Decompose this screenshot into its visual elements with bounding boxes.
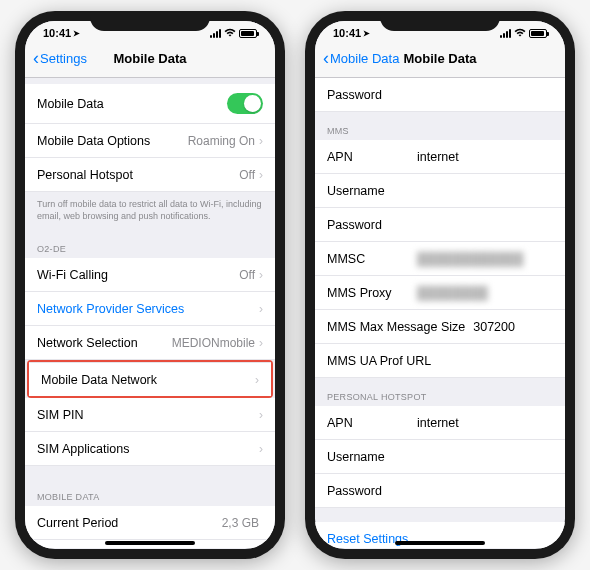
home-indicator[interactable] [395,541,485,545]
value: internet [417,416,459,430]
chevron-right-icon: › [259,442,263,456]
home-indicator[interactable] [105,541,195,545]
value: Roaming On [188,134,255,148]
signal-icon [210,29,221,38]
row-provider-services[interactable]: Network Provider Services › [25,292,275,326]
location-icon: ➤ [73,29,80,38]
screen-right: 10:41 ➤ ‹ Mobile Data Mobile Data Passwo… [315,21,565,549]
battery-icon [529,29,547,38]
label: SIM PIN [37,408,84,422]
signal-icon [500,29,511,38]
battery-icon [239,29,257,38]
label: MMS UA Prof URL [327,354,431,368]
nav-bar: ‹ Settings Mobile Data [25,41,275,78]
back-button[interactable]: ‹ Mobile Data [323,49,399,67]
label: SIM Applications [37,442,129,456]
chevron-left-icon: ‹ [323,49,329,67]
label: Username [327,184,417,198]
row-personal-hotspot[interactable]: Personal Hotspot Off› [25,158,275,192]
label: Network Selection [37,336,138,350]
back-button[interactable]: ‹ Settings [33,49,87,67]
row-mms-max-size[interactable]: MMS Max Message Size 307200 [315,310,565,344]
chevron-right-icon: › [259,268,263,282]
row-mms-ua[interactable]: MMS UA Prof URL [315,344,565,378]
chevron-right-icon: › [259,302,263,316]
label: Current Period [37,516,118,530]
row-wifi-calling[interactable]: Wi-Fi Calling Off› [25,258,275,292]
chevron-right-icon: › [259,134,263,148]
status-time: 10:41 [333,27,361,39]
label: Personal Hotspot [37,168,133,182]
wifi-icon [514,28,526,39]
row-hotspot-password[interactable]: Password [315,474,565,508]
section-carrier: O2-DE [25,230,275,258]
content-left[interactable]: Mobile Data Mobile Data Options Roaming … [25,78,275,548]
row-mms-username[interactable]: Username [315,174,565,208]
label: MMSC [327,252,417,266]
value-blurred: ████████ [417,286,488,300]
notch [380,11,500,31]
row-sim-apps[interactable]: SIM Applications › [25,432,275,466]
value: Off [239,268,255,282]
row-sim-pin[interactable]: SIM PIN › [25,398,275,432]
highlight-box: Mobile Data Network › [27,360,273,398]
label: Password [327,484,417,498]
row-current-period[interactable]: Current Period 2,3 GB [25,506,275,540]
link-label: Network Provider Services [37,302,184,316]
label: Password [327,88,417,102]
row-mms-password[interactable]: Password [315,208,565,242]
chevron-left-icon: ‹ [33,49,39,67]
row-mmsc[interactable]: MMSC ████████████ [315,242,565,276]
label: Wi-Fi Calling [37,268,108,282]
label: APN [327,416,417,430]
row-hotspot-apn[interactable]: APN internet [315,406,565,440]
wifi-icon [224,28,236,39]
row-hotspot-username[interactable]: Username [315,440,565,474]
nav-bar: ‹ Mobile Data Mobile Data [315,41,565,78]
row-mobile-data-network[interactable]: Mobile Data Network › [29,362,271,396]
chevron-right-icon: › [259,408,263,422]
mobile-data-toggle[interactable] [227,93,263,114]
chevron-right-icon: › [255,373,259,387]
value: internet [417,150,459,164]
label: APN [327,150,417,164]
phone-right: 10:41 ➤ ‹ Mobile Data Mobile Data Passwo… [305,11,575,559]
chevron-right-icon: › [259,336,263,350]
notch [90,11,210,31]
value: Off [239,168,255,182]
label: Mobile Data Options [37,134,150,148]
location-icon: ➤ [363,29,370,38]
section-mobile-data: MOBILE DATA [25,466,275,506]
value: 2,3 GB [222,516,259,530]
phone-left: 10:41 ➤ ‹ Settings Mobile Data Mobile Da… [15,11,285,559]
label: MMS Max Message Size [327,320,465,334]
value: MEDIONmobile [172,336,255,350]
label: MMS Proxy [327,286,417,300]
label: Username [327,450,417,464]
back-label: Settings [40,51,87,66]
status-time: 10:41 [43,27,71,39]
row-mms-apn[interactable]: APN internet [315,140,565,174]
chevron-right-icon: › [259,168,263,182]
value-blurred: ████████████ [417,252,523,266]
section-mms: MMS [315,112,565,140]
label: Mobile Data [37,97,104,111]
label: Password [327,218,417,232]
row-mobile-data-options[interactable]: Mobile Data Options Roaming On› [25,124,275,158]
info-text: Turn off mobile data to restrict all dat… [25,192,275,230]
section-personal-hotspot: PERSONAL HOTSPOT [315,378,565,406]
value: 307200 [473,320,515,334]
row-network-selection[interactable]: Network Selection MEDIONmobile› [25,326,275,360]
label: Mobile Data Network [41,373,157,387]
screen-left: 10:41 ➤ ‹ Settings Mobile Data Mobile Da… [25,21,275,549]
row-password-top[interactable]: Password [315,78,565,112]
content-right[interactable]: Password MMS APN internet Username Passw… [315,78,565,548]
row-mobile-data[interactable]: Mobile Data [25,84,275,124]
row-mms-proxy[interactable]: MMS Proxy ████████ [315,276,565,310]
back-label: Mobile Data [330,51,399,66]
